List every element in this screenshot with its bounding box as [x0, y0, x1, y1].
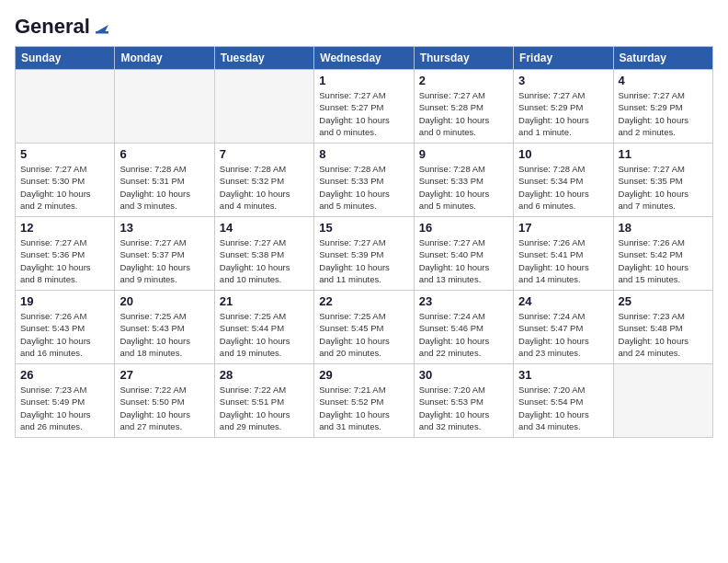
calendar-cell: 6Sunrise: 7:28 AM Sunset: 5:31 PM Daylig…: [115, 144, 214, 217]
calendar-cell: 4Sunrise: 7:27 AM Sunset: 5:29 PM Daylig…: [613, 70, 712, 144]
svg-rect-1: [96, 31, 108, 34]
calendar-cell: 1Sunrise: 7:27 AM Sunset: 5:27 PM Daylig…: [314, 70, 414, 144]
svg-marker-0: [96, 25, 108, 32]
day-number: 20: [119, 294, 209, 308]
day-number: 16: [419, 221, 508, 235]
calendar-cell: 10Sunrise: 7:28 AM Sunset: 5:34 PM Dayli…: [514, 144, 613, 217]
calendar-cell: [115, 70, 214, 144]
cell-info: Sunrise: 7:25 AM Sunset: 5:45 PM Dayligh…: [319, 310, 408, 359]
week-row-5: 26Sunrise: 7:23 AM Sunset: 5:49 PM Dayli…: [16, 364, 713, 438]
cell-info: Sunrise: 7:27 AM Sunset: 5:38 PM Dayligh…: [220, 236, 309, 285]
cell-info: Sunrise: 7:23 AM Sunset: 5:49 PM Dayligh…: [20, 384, 109, 432]
day-number: 28: [220, 368, 309, 382]
calendar-cell: 8Sunrise: 7:28 AM Sunset: 5:33 PM Daylig…: [314, 144, 414, 217]
cell-info: Sunrise: 7:20 AM Sunset: 5:54 PM Dayligh…: [518, 384, 608, 432]
calendar-cell: 3Sunrise: 7:27 AM Sunset: 5:29 PM Daylig…: [514, 70, 613, 144]
day-number: 23: [419, 294, 508, 308]
calendar-cell: 27Sunrise: 7:22 AM Sunset: 5:50 PM Dayli…: [115, 364, 214, 438]
day-number: 1: [319, 74, 408, 87]
calendar-cell: 2Sunrise: 7:27 AM Sunset: 5:28 PM Daylig…: [414, 70, 513, 144]
day-number: 13: [119, 221, 209, 235]
day-number: 25: [619, 294, 708, 308]
cell-info: Sunrise: 7:27 AM Sunset: 5:28 PM Dayligh…: [419, 89, 508, 138]
week-row-4: 19Sunrise: 7:26 AM Sunset: 5:43 PM Dayli…: [16, 291, 713, 364]
day-number: 7: [220, 147, 309, 161]
calendar-cell: 19Sunrise: 7:26 AM Sunset: 5:43 PM Dayli…: [16, 291, 115, 364]
day-number: 26: [20, 368, 109, 382]
calendar-cell: 22Sunrise: 7:25 AM Sunset: 5:45 PM Dayli…: [314, 291, 414, 364]
calendar-cell: 16Sunrise: 7:27 AM Sunset: 5:40 PM Dayli…: [414, 217, 513, 291]
cell-info: Sunrise: 7:22 AM Sunset: 5:51 PM Dayligh…: [220, 384, 309, 432]
calendar-cell: 12Sunrise: 7:27 AM Sunset: 5:36 PM Dayli…: [16, 217, 115, 291]
calendar-cell: 11Sunrise: 7:27 AM Sunset: 5:35 PM Dayli…: [613, 144, 712, 217]
calendar-cell: 26Sunrise: 7:23 AM Sunset: 5:49 PM Dayli…: [16, 364, 115, 438]
logo-general: General: [15, 15, 90, 39]
cell-info: Sunrise: 7:28 AM Sunset: 5:31 PM Dayligh…: [119, 163, 209, 212]
day-number: 4: [619, 74, 708, 87]
day-number: 10: [518, 147, 608, 161]
day-number: 9: [419, 147, 508, 161]
calendar-cell: 9Sunrise: 7:28 AM Sunset: 5:33 PM Daylig…: [414, 144, 513, 217]
col-header-sunday: Sunday: [16, 47, 115, 70]
cell-info: Sunrise: 7:26 AM Sunset: 5:41 PM Dayligh…: [518, 236, 608, 285]
calendar-cell: 20Sunrise: 7:25 AM Sunset: 5:43 PM Dayli…: [115, 291, 214, 364]
cell-info: Sunrise: 7:27 AM Sunset: 5:30 PM Dayligh…: [20, 163, 109, 212]
cell-info: Sunrise: 7:24 AM Sunset: 5:47 PM Dayligh…: [518, 310, 608, 359]
col-header-monday: Monday: [115, 47, 214, 70]
day-number: 21: [220, 294, 309, 308]
col-header-thursday: Thursday: [414, 47, 513, 70]
cell-info: Sunrise: 7:27 AM Sunset: 5:27 PM Dayligh…: [319, 89, 408, 138]
day-number: 6: [119, 147, 209, 161]
cell-info: Sunrise: 7:25 AM Sunset: 5:44 PM Dayligh…: [220, 310, 309, 359]
calendar-cell: 15Sunrise: 7:27 AM Sunset: 5:39 PM Dayli…: [314, 217, 414, 291]
calendar-cell: 30Sunrise: 7:20 AM Sunset: 5:53 PM Dayli…: [414, 364, 513, 438]
day-number: 31: [518, 368, 608, 382]
col-header-saturday: Saturday: [613, 47, 712, 70]
cell-info: Sunrise: 7:27 AM Sunset: 5:39 PM Dayligh…: [319, 236, 408, 285]
cell-info: Sunrise: 7:21 AM Sunset: 5:52 PM Dayligh…: [319, 384, 408, 432]
cell-info: Sunrise: 7:25 AM Sunset: 5:43 PM Dayligh…: [119, 310, 209, 359]
calendar-cell: 14Sunrise: 7:27 AM Sunset: 5:38 PM Dayli…: [214, 217, 313, 291]
calendar-cell: 31Sunrise: 7:20 AM Sunset: 5:54 PM Dayli…: [514, 364, 613, 438]
day-number: 30: [419, 368, 508, 382]
day-number: 5: [20, 147, 109, 161]
calendar-cell: 25Sunrise: 7:23 AM Sunset: 5:48 PM Dayli…: [613, 291, 712, 364]
calendar-cell: 23Sunrise: 7:24 AM Sunset: 5:46 PM Dayli…: [414, 291, 513, 364]
day-number: 8: [319, 147, 408, 161]
day-number: 19: [20, 294, 109, 308]
cell-info: Sunrise: 7:28 AM Sunset: 5:33 PM Dayligh…: [419, 163, 508, 212]
day-number: 27: [119, 368, 209, 382]
cell-info: Sunrise: 7:23 AM Sunset: 5:48 PM Dayligh…: [619, 310, 708, 359]
calendar-cell: [613, 364, 712, 438]
calendar-cell: 17Sunrise: 7:26 AM Sunset: 5:41 PM Dayli…: [514, 217, 613, 291]
day-number: 17: [518, 221, 608, 235]
cell-info: Sunrise: 7:27 AM Sunset: 5:35 PM Dayligh…: [619, 163, 708, 212]
cell-info: Sunrise: 7:27 AM Sunset: 5:29 PM Dayligh…: [518, 89, 608, 138]
col-header-tuesday: Tuesday: [214, 47, 313, 70]
calendar-cell: 13Sunrise: 7:27 AM Sunset: 5:37 PM Dayli…: [115, 217, 214, 291]
cell-info: Sunrise: 7:20 AM Sunset: 5:53 PM Dayligh…: [419, 384, 508, 432]
calendar-cell: 7Sunrise: 7:28 AM Sunset: 5:32 PM Daylig…: [214, 144, 313, 217]
page-header: General: [15, 15, 713, 35]
day-number: 15: [319, 221, 408, 235]
day-number: 14: [220, 221, 309, 235]
cell-info: Sunrise: 7:26 AM Sunset: 5:43 PM Dayligh…: [20, 310, 109, 359]
calendar-table: SundayMondayTuesdayWednesdayThursdayFrid…: [15, 46, 713, 438]
cell-info: Sunrise: 7:26 AM Sunset: 5:42 PM Dayligh…: [619, 236, 708, 285]
logo-block: General: [15, 15, 112, 35]
logo: General: [15, 15, 112, 35]
calendar-cell: 18Sunrise: 7:26 AM Sunset: 5:42 PM Dayli…: [613, 217, 712, 291]
cell-info: Sunrise: 7:27 AM Sunset: 5:36 PM Dayligh…: [20, 236, 109, 285]
day-number: 3: [518, 74, 608, 87]
cell-info: Sunrise: 7:27 AM Sunset: 5:40 PM Dayligh…: [419, 236, 508, 285]
cell-info: Sunrise: 7:28 AM Sunset: 5:32 PM Dayligh…: [220, 163, 309, 212]
calendar-cell: 29Sunrise: 7:21 AM Sunset: 5:52 PM Dayli…: [314, 364, 414, 438]
cell-info: Sunrise: 7:28 AM Sunset: 5:33 PM Dayligh…: [319, 163, 408, 212]
calendar-cell: 28Sunrise: 7:22 AM Sunset: 5:51 PM Dayli…: [214, 364, 313, 438]
day-number: 18: [619, 221, 708, 235]
day-number: 2: [419, 74, 508, 87]
week-row-3: 12Sunrise: 7:27 AM Sunset: 5:36 PM Dayli…: [16, 217, 713, 291]
cell-info: Sunrise: 7:28 AM Sunset: 5:34 PM Dayligh…: [518, 163, 608, 212]
calendar-header-row: SundayMondayTuesdayWednesdayThursdayFrid…: [16, 47, 713, 70]
day-number: 11: [619, 147, 708, 161]
